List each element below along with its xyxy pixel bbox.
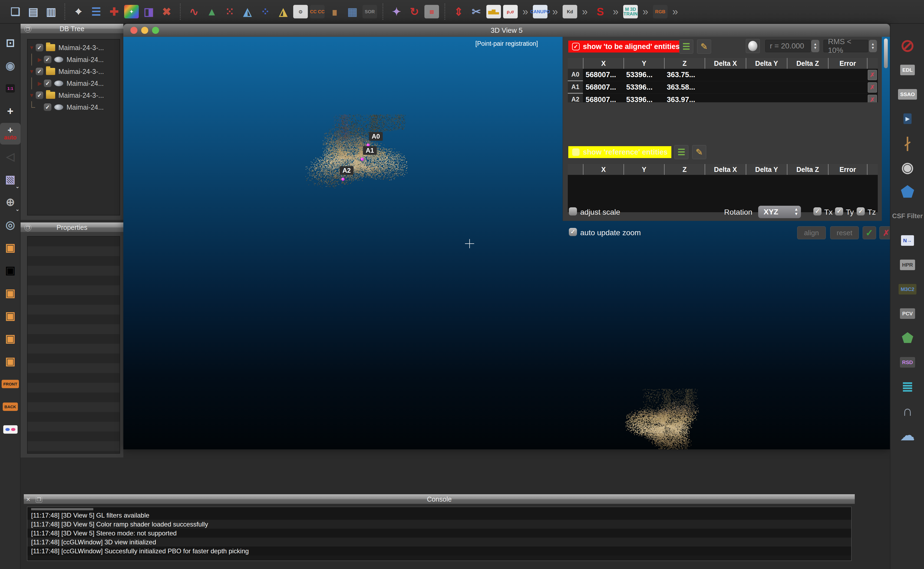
magic-wand-icon[interactable]: ✦ [389, 4, 404, 20]
polyline-trace-icon[interactable]: ∿ [186, 4, 202, 20]
octree-icon[interactable]: ⁙ [222, 4, 238, 20]
view-front-icon[interactable]: ▣ [0, 282, 21, 304]
delete-point-button[interactable]: ✗ [868, 95, 877, 103]
tree-expand-arrow-icon[interactable]: ▼ [27, 68, 36, 75]
rotation-dropdown[interactable]: XYZ ▲▼ [758, 206, 801, 218]
tree-expand-arrow-icon[interactable]: ▼ [27, 45, 36, 51]
sor-filter-icon[interactable]: SOR [363, 5, 377, 18]
facets-plugin-icon[interactable]: ⬟ [891, 327, 924, 348]
validate-button[interactable]: ✓ [863, 226, 876, 239]
pcv-plugin-icon[interactable]: PCV [891, 303, 924, 324]
rgb-plugin-icon[interactable]: RGB [653, 5, 668, 18]
delete-point-button[interactable]: ✗ [868, 82, 877, 93]
iso-front-icon[interactable]: FRONT [0, 373, 21, 395]
stereo-glasses-icon[interactable] [0, 418, 21, 440]
show-aligned-entities-toggle[interactable]: ✓ show 'to be aligned' entities [568, 41, 684, 53]
auto-pick-center-icon[interactable]: +auto [0, 123, 21, 145]
float-panel-icon[interactable]: ❐ [24, 224, 31, 231]
tree-row-maimai-24-[interactable]: ✓Maimai-24... [27, 101, 120, 113]
colors-icon[interactable]: ✦ [124, 5, 139, 18]
tree-row-maimai-24-3-[interactable]: ▼✓Maimai-24-3-... [27, 42, 120, 53]
adjust-scale-checkbox[interactable] [569, 207, 577, 216]
reference-pick-from-db-button[interactable]: ☰ [674, 145, 689, 159]
aligned-pick-from-db-button[interactable]: ☰ [679, 40, 693, 53]
float-panel-icon[interactable]: ❐ [36, 496, 42, 503]
overflow-chevron-icon[interactable]: » [670, 6, 681, 18]
tree-row-maimai-24-[interactable]: ▶✓Maimai-24... [27, 53, 120, 65]
tree-expand-arrow-icon[interactable]: ▼ [27, 92, 36, 99]
delete-icon[interactable]: ✖ [159, 4, 174, 20]
show-reference-entities-toggle[interactable]: show 'reference' entities [568, 146, 671, 158]
tx-checkbox[interactable]: ✓ [813, 207, 821, 216]
tree-visibility-checkbox[interactable]: ✓ [36, 68, 43, 75]
cloud-ruler-plugin-icon[interactable]: ☁ [891, 424, 924, 446]
apply-transformation-icon[interactable]: ☰ [88, 4, 104, 20]
view-right-icon[interactable]: ▣ [0, 350, 21, 372]
rotate-axes-icon[interactable]: ↻ [407, 4, 422, 20]
overflow-chevron-icon[interactable]: » [610, 6, 621, 18]
db-tree-list[interactable]: ▼✓Maimai-24-3-...▶✓Maimai-24...▼✓Maimai-… [27, 39, 120, 216]
ssao-filter-icon[interactable]: SSAO [891, 84, 924, 105]
zoom-1-1-icon[interactable]: 1:1 [0, 78, 21, 99]
rsd-plugin-icon[interactable]: RSD [891, 351, 924, 373]
tree-visibility-checkbox[interactable]: ✓ [36, 44, 43, 52]
tree-row-maimai-24-3-[interactable]: ▼✓Maimai-24-3-... [27, 89, 120, 101]
csf-filter-shield-icon[interactable]: ⬟ [891, 181, 924, 202]
reset-button[interactable]: reset [830, 226, 859, 239]
tree-item-label[interactable]: Maimai-24... [67, 56, 104, 64]
checker-subsample-icon[interactable]: ▦ [344, 4, 360, 20]
cross-section-icon[interactable]: ⇕ [451, 4, 466, 20]
stat-params-icon[interactable]: ρ,σ [503, 5, 518, 18]
s-curve-plugin-icon[interactable]: S [592, 4, 608, 20]
aligned-point-cloud[interactable] [302, 113, 407, 194]
tree-visibility-checkbox[interactable]: ✓ [36, 91, 43, 99]
screenshot-camera-icon[interactable]: ◉ [0, 55, 21, 76]
float-panel-icon[interactable]: ❐ [24, 26, 31, 32]
aligned-point-row[interactable]: A0568007...53396...363.75...✗ [568, 69, 878, 81]
arch-plugin-icon[interactable]: ∩ [891, 400, 924, 422]
edl-filter-icon[interactable]: EDL [891, 59, 924, 81]
refresh-display-icon[interactable]: ⊡ [0, 32, 21, 53]
reference-checkbox[interactable] [572, 148, 580, 156]
close-button[interactable] [130, 27, 137, 34]
tree-expand-arrow-icon[interactable]: ▶ [36, 80, 44, 87]
overflow-chevron-icon[interactable]: » [640, 6, 651, 18]
segment-scissors-icon[interactable]: ✂ [469, 4, 484, 20]
aligned-point-row[interactable]: A2568007...53396...363.97...✗ [568, 94, 878, 102]
rms-stepper[interactable]: ▲▼ [869, 40, 877, 52]
ty-checkbox[interactable]: ✓ [835, 207, 843, 216]
bounding-box-icon[interactable]: ▧⌄ [0, 168, 21, 190]
aligned-checkbox[interactable]: ✓ [572, 43, 580, 50]
iso-back-icon[interactable]: BACK [0, 396, 21, 417]
zoom-window-button[interactable] [152, 27, 159, 34]
sphere-marker-button[interactable] [746, 39, 760, 53]
console-log-list[interactable]: [11:17:48] [3D View 5] GL filters availa… [27, 507, 851, 561]
save-icon[interactable]: ▤ [26, 4, 41, 20]
radius-spinbox[interactable]: r = 20.000 [765, 40, 811, 52]
zoom-magnifier-icon[interactable]: ◎ [0, 214, 21, 236]
rms-spinbox[interactable]: RMS < 10% [823, 40, 868, 52]
clean-broom-icon[interactable]: ∤ [891, 132, 924, 154]
view-top-icon[interactable]: ▣ [0, 237, 21, 258]
hpr-plugin-icon[interactable]: HPR [891, 254, 924, 275]
reference-edit-button[interactable]: ✎ [692, 145, 706, 159]
tree-row-maimai-24-[interactable]: ▶✓Maimai-24... [27, 78, 120, 89]
pick-point-icon[interactable]: ⌖ [71, 4, 86, 20]
view-left-icon[interactable]: ▣ [0, 327, 21, 349]
close-console-icon[interactable]: ✕ [26, 496, 30, 503]
tree-visibility-checkbox[interactable]: ✓ [44, 103, 52, 111]
overflow-chevron-icon[interactable]: » [580, 6, 590, 18]
interpolate-icon[interactable]: ◨ [141, 4, 156, 20]
point-pair-align-icon[interactable]: ✚ [106, 4, 122, 20]
tz-checkbox[interactable]: ✓ [857, 207, 865, 216]
m3c2-plugin-icon[interactable]: M3C2 [891, 278, 924, 300]
previous-view-icon[interactable]: ◁ [0, 146, 21, 167]
kd-tree-plugin-icon[interactable]: Kd [563, 5, 577, 18]
reference-point-cloud[interactable] [625, 387, 704, 449]
radius-stepper[interactable]: ▲▼ [811, 40, 819, 52]
tree-item-label[interactable]: Maimai-24-3-... [58, 68, 104, 76]
align-button[interactable]: align [797, 226, 826, 239]
viewport-scrollbar[interactable] [884, 38, 888, 68]
pick-rotation-center-icon[interactable]: + [0, 100, 21, 122]
aligned-edit-button[interactable]: ✎ [697, 40, 711, 53]
